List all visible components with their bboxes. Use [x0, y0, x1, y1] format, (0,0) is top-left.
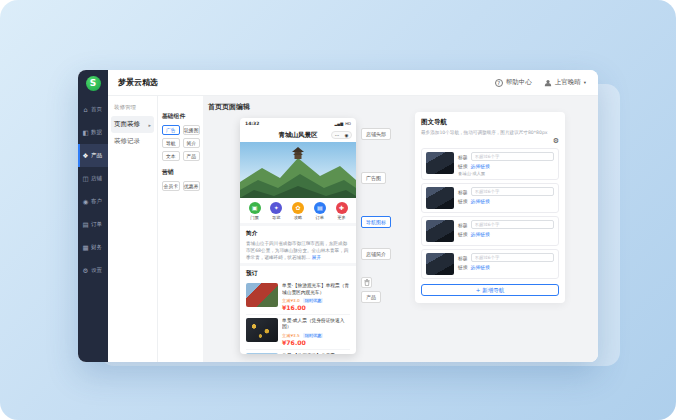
primary-sidebar: S ⌂ 首页 ◧ 数据 ❖ 产品 ◫ 店铺 ◉ 客户 ▤ [78, 70, 108, 362]
sidebar-item-customers[interactable]: ◉ 客户 [78, 190, 108, 213]
nav-item-label: 更多 [337, 215, 346, 220]
choose-link-button[interactable]: 选择链接 [471, 163, 490, 169]
title-label: 标题 [458, 222, 468, 228]
app-window: S ⌂ 首页 ◧ 数据 ❖ 产品 ◫ 店铺 ◉ 客户 ▤ [78, 70, 598, 362]
nav-settings-gear-icon[interactable]: ⚙ [421, 137, 559, 145]
hero-banner-image[interactable] [240, 142, 356, 198]
nav-item-label: 导览 [272, 215, 281, 220]
product-card[interactable]: 单景·【单程索道】儿童票 [246, 350, 350, 354]
submenu-item-page-decorate[interactable]: 页面装修 ▸ [111, 116, 154, 133]
product-thumbnail [246, 318, 278, 342]
handle-nav-icons[interactable]: 导航图标 [361, 216, 391, 228]
discount-tag: 立减¥3.5 [282, 333, 300, 338]
user-name: 上官晚晴 [555, 78, 581, 87]
mountain-illustration [240, 142, 356, 198]
nav-item-thumbnail[interactable] [426, 187, 454, 209]
sidebar-item-products[interactable]: ❖ 产品 [78, 144, 108, 167]
page-editor-area: 基础组件 广告 轮播图 导航 简介 文本 产品 营销 会员卡 优惠券 [158, 96, 598, 362]
component-button-product[interactable]: 产品 [183, 151, 201, 161]
app-logo: S [86, 76, 101, 91]
handle-products[interactable]: 产品 [361, 291, 381, 303]
choose-link-button[interactable]: 选择链接 [471, 264, 490, 270]
chart-icon: ◧ [82, 129, 89, 137]
sidebar-item-settings[interactable]: ⚙ 设置 [78, 259, 108, 282]
user-menu[interactable]: 上官晚晴 ▾ [544, 78, 586, 87]
sidebar-item-label: 设置 [91, 267, 102, 274]
gear-icon: ⚙ [82, 267, 89, 275]
phone-preview: 14:32 ▂▄▆ HD 青城山风景区 ⋯ [240, 118, 356, 354]
title-label: 标题 [458, 189, 468, 195]
window-topbar: 梦景云精选 ? 帮助中心 上官晚晴 ▾ [108, 70, 598, 96]
finance-icon: ▦ [82, 244, 89, 252]
product-card[interactable]: 单景·成人票（凭身份证快速入园） 立减¥3.5 限时优惠 ¥76.00 [246, 315, 350, 350]
sidebar-item-home[interactable]: ⌂ 首页 [78, 98, 108, 121]
component-button-nav[interactable]: 导航 [162, 138, 180, 148]
nav-item-thumbnail[interactable] [426, 253, 454, 275]
expand-link[interactable]: 展开 [312, 255, 321, 260]
sidebar-item-label: 店铺 [91, 175, 102, 182]
shop-icon: ◫ [82, 175, 89, 183]
home-icon: ⌂ [82, 106, 89, 114]
handle-ad-image[interactable]: 广告图 [361, 172, 386, 184]
nav-item-strategy[interactable]: ✿ 攻略 [290, 202, 307, 220]
page-title: 首页页面编辑 [208, 102, 250, 112]
component-button-membercard[interactable]: 会员卡 [162, 181, 180, 191]
add-nav-button[interactable]: + 新增导航 [421, 284, 559, 296]
nav-item-editor-card: 标题 链接 选择链接 [421, 216, 559, 246]
sidebar-item-label: 客户 [91, 198, 102, 205]
product-card[interactable]: 单景·【旅游观光车】单程票（青城山景区内观光车） 立减¥3.0 限时优惠 ¥16… [246, 280, 350, 315]
component-button-text[interactable]: 文本 [162, 151, 180, 161]
customer-icon: ◉ [82, 198, 89, 206]
network-badge: HD [345, 121, 351, 126]
promo-tag: 限时优惠 [303, 298, 324, 303]
nav-title-input[interactable] [471, 187, 554, 196]
app-title: 梦景云精选 [118, 77, 158, 88]
component-button-coupon[interactable]: 优惠券 [183, 181, 201, 191]
link-label: 链接 [458, 163, 468, 169]
nav-item-thumbnail[interactable] [426, 220, 454, 242]
secondary-sidebar: 装修管理 页面装修 ▸ 装修记录 [108, 96, 158, 362]
phone-status-bar: 14:32 ▂▄▆ HD [240, 118, 356, 128]
nav-item-more[interactable]: ✚ 更多 [333, 202, 350, 220]
nav-item-guide[interactable]: ✦ 导览 [268, 202, 285, 220]
intro-text: 青城山位于四川省成都市都江堰市西南，东距成都市区68公里，为邛崃山脉分支。全山林… [246, 241, 348, 260]
nav-item-label: 订单 [315, 215, 324, 220]
sidebar-item-orders[interactable]: ▤ 订单 [78, 213, 108, 236]
component-button-carousel[interactable]: 轮播图 [183, 125, 201, 135]
nav-title-input[interactable] [471, 220, 554, 229]
nav-item-editor-card: 标题 链接 选择链接 [421, 249, 559, 279]
nav-title-input[interactable] [471, 152, 554, 161]
sidebar-item-label: 产品 [91, 152, 102, 159]
submenu-item-decorate-record[interactable]: 装修记录 [108, 133, 157, 150]
sidebar-item-data[interactable]: ◧ 数据 [78, 121, 108, 144]
component-button-intro[interactable]: 简介 [183, 138, 201, 148]
delete-section-button[interactable] [361, 277, 372, 288]
nav-title-input[interactable] [471, 253, 554, 262]
nav-editor-heading: 图文导航 [421, 118, 559, 127]
nav-item-tickets[interactable]: ▣ 门票 [246, 202, 263, 220]
link-label: 链接 [458, 264, 468, 270]
submenu-heading: 装修管理 [108, 104, 157, 116]
close-target-icon: ◉ [344, 133, 348, 138]
sidebar-item-label: 数据 [91, 129, 102, 136]
handle-shop-header[interactable]: 店铺头部 [361, 128, 391, 140]
help-center-label: 帮助中心 [506, 78, 532, 87]
sidebar-item-shop[interactable]: ◫ 店铺 [78, 167, 108, 190]
choose-link-button[interactable]: 选择链接 [471, 231, 490, 237]
nav-item-orders[interactable]: ▤ 订单 [311, 202, 328, 220]
handle-shop-intro[interactable]: 店铺简介 [361, 248, 391, 260]
help-center-link[interactable]: ? 帮助中心 [495, 78, 532, 87]
plus-icon: ✚ [336, 202, 348, 214]
shop-title: 青城山风景区 [279, 131, 318, 140]
submenu-item-label: 装修记录 [114, 137, 140, 146]
link-label: 链接 [458, 231, 468, 237]
submenu-item-label: 页面装修 [114, 120, 140, 129]
nav-editor-description: 最多添加10个导航，拖动可调整顺序，图片建议尺寸80*80px [421, 130, 559, 135]
nav-item-editor-card: 标题 链接 选择链接 青城山·成人票 [421, 148, 559, 180]
miniprogram-capsule[interactable]: ⋯ ◉ [331, 131, 352, 139]
sidebar-item-finance[interactable]: ▦ 财务 [78, 236, 108, 259]
nav-item-thumbnail[interactable] [426, 152, 454, 174]
component-button-ad[interactable]: 广告 [162, 125, 180, 135]
choose-link-button[interactable]: 选择链接 [471, 198, 490, 204]
product-title: 单景·【旅游观光车】单程票（青城山景区内观光车） [282, 283, 350, 296]
